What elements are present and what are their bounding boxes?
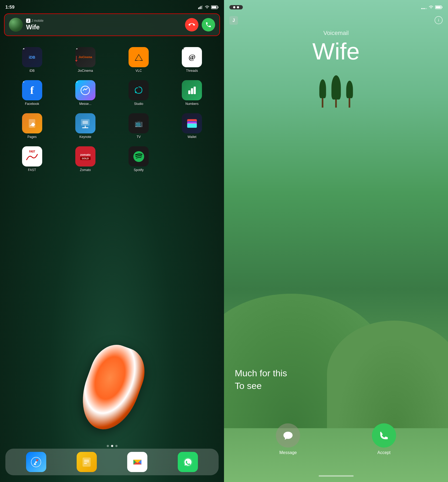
app-item-keynote[interactable]: Keynote	[73, 113, 97, 139]
trees-decoration	[319, 75, 353, 108]
app-icon-vlc	[129, 47, 149, 67]
right-signal-icon	[421, 5, 427, 9]
svg-rect-6	[218, 6, 218, 8]
app-label-idb: iDB	[29, 69, 34, 73]
app-label-wallet: Wallet	[187, 135, 196, 139]
voicemail-dot-1	[233, 6, 235, 8]
down-arrow-icon: ↓	[74, 52, 79, 64]
decline-call-button[interactable]	[185, 18, 198, 31]
app-icon-pages	[22, 113, 42, 133]
app-item-numbers[interactable]: Numbers	[180, 80, 204, 106]
app-label-tv: TV	[137, 135, 141, 139]
svg-rect-16	[191, 88, 193, 94]
left-phone: 1:59	[0, 0, 224, 482]
app-item-wallet[interactable]: Wallet	[180, 113, 204, 139]
status-icons-right	[198, 5, 219, 9]
call-name: Wife	[26, 23, 185, 31]
caller-name-display: Wife	[224, 38, 448, 65]
right-j-badge: J	[229, 16, 238, 25]
app-icon-empty	[182, 146, 202, 166]
message-button[interactable]: Message	[276, 423, 300, 455]
app-label-keynote: Keynote	[79, 135, 91, 139]
voicemail-line-1: Much for this	[235, 368, 287, 378]
app-item-vlc[interactable]: VLC	[127, 47, 151, 73]
signal-icon	[198, 5, 203, 9]
app-item-studio[interactable]: Studio	[127, 80, 151, 106]
svg-point-41	[422, 8, 424, 9]
app-icon-keynote	[75, 113, 95, 133]
cloud-download-idb: ☁	[22, 47, 24, 50]
svg-rect-3	[202, 5, 203, 9]
call-j-badge: J	[26, 19, 30, 23]
svg-point-44	[426, 8, 427, 9]
cloud-download-threads: ☁	[182, 47, 184, 50]
right-status-bar	[224, 0, 448, 12]
right-home-indicator	[319, 475, 354, 477]
right-battery-icon	[435, 5, 443, 9]
voicemail-badge	[229, 5, 243, 9]
accept-call-button[interactable]	[202, 18, 215, 31]
info-button[interactable]: i	[435, 16, 443, 24]
call-source-label: J mobile	[31, 19, 44, 23]
app-icon-wallet	[182, 113, 202, 133]
app-label-threads: Threads	[186, 69, 198, 73]
action-buttons: Message Accept	[224, 423, 448, 455]
battery-icon	[211, 5, 219, 9]
hills-background	[224, 267, 448, 428]
app-item-spotify[interactable]: Spotify	[127, 146, 151, 172]
svg-rect-15	[188, 90, 190, 94]
svg-point-30	[133, 151, 144, 162]
app-item-threads[interactable]: ☁ @ Threads	[180, 47, 204, 73]
app-label-zomato: Zomato	[80, 168, 91, 172]
svg-rect-0	[198, 8, 199, 9]
right-wifi-icon	[429, 5, 433, 9]
app-item-facebook[interactable]: ☁ f Facebook	[20, 80, 44, 106]
app-label-pages: Pages	[27, 135, 37, 139]
app-item-messenger[interactable]: ☁ Messe...	[73, 80, 97, 106]
call-banner: J J mobile Wife	[4, 13, 220, 36]
tree-1	[319, 79, 326, 108]
app-item-idb[interactable]: iDB ☁ iDB	[20, 47, 44, 73]
call-info: J J mobile Wife	[26, 19, 185, 31]
svg-rect-23	[83, 121, 88, 124]
app-grid: iDB ☁ iDB JioCinema ☁ JioCinema	[0, 47, 224, 179]
accept-call-button-large[interactable]: Accept	[372, 423, 396, 455]
svg-rect-5	[212, 6, 216, 8]
message-btn-label: Message	[279, 450, 297, 455]
app-icon-spotify	[129, 146, 149, 166]
dock-notes[interactable]	[77, 452, 97, 472]
svg-rect-47	[442, 6, 442, 8]
app-label-vlc: VLC	[136, 69, 142, 73]
app-item-zomato[interactable]: zomato GOLD Zomato	[73, 146, 97, 172]
app-row-3: Pages Keynote 📺	[5, 113, 219, 139]
app-label-studio: Studio	[134, 102, 143, 106]
status-time: 1:59	[5, 5, 15, 10]
app-icon-idb: iDB ☁	[22, 47, 42, 67]
message-button-circle	[276, 423, 300, 448]
voicemail-transcription: Much for this To see	[235, 368, 287, 393]
svg-rect-29	[187, 123, 197, 128]
left-status-bar: 1:59	[0, 0, 224, 12]
app-label-numbers: Numbers	[186, 102, 199, 106]
voicemail-dot-2	[237, 6, 239, 8]
app-label-spotify: Spotify	[134, 168, 144, 172]
tree-3	[346, 81, 353, 108]
app-item-tv[interactable]: 📺 📺 TV	[127, 113, 151, 139]
dock-whatsapp[interactable]	[178, 452, 198, 472]
app-item-pages[interactable]: Pages	[20, 113, 44, 139]
svg-point-40	[421, 8, 422, 9]
accept-btn-label: Accept	[377, 450, 390, 455]
dock-gmail[interactable]	[127, 452, 147, 472]
wifi-icon	[205, 5, 209, 9]
app-icon-zomato: zomato GOLD	[75, 146, 95, 166]
app-item-fast[interactable]: FAST FAST	[20, 146, 44, 172]
dock-safari[interactable]	[26, 452, 46, 472]
svg-point-14	[135, 91, 137, 93]
app-row-1: iDB ☁ iDB JioCinema ☁ JioCinema	[5, 47, 219, 73]
page-dot-2	[111, 445, 113, 447]
accept-button-circle	[372, 423, 396, 448]
app-icon-numbers	[182, 80, 202, 100]
koi-fish-background	[72, 339, 152, 434]
page-dot-3	[115, 445, 118, 447]
svg-point-13	[81, 86, 90, 95]
